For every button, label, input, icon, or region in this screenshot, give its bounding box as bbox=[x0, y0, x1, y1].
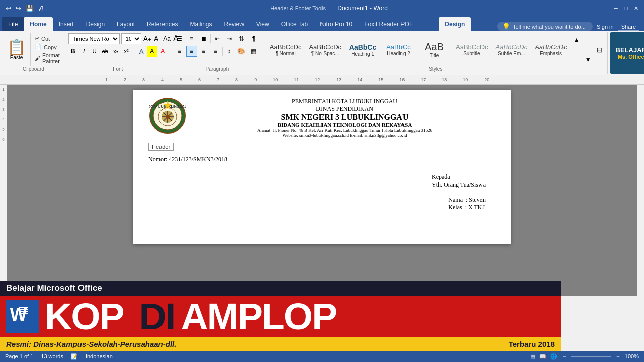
page-indicator: Page 1 of 1 bbox=[5, 353, 33, 359]
zoom-slider[interactable] bbox=[571, 356, 611, 357]
style-heading1[interactable]: AaBbCc Heading 1 bbox=[345, 42, 380, 58]
tab-design2[interactable]: Design bbox=[439, 17, 471, 31]
increase-indent-btn[interactable]: ⇥ bbox=[224, 33, 235, 44]
style-no-space[interactable]: AaBbCcDc ¶ No Spac... bbox=[305, 42, 345, 58]
tell-me-text: Tell me what you want to do... bbox=[513, 24, 586, 30]
style-normal[interactable]: AaBbCcDc ¶ Normal bbox=[266, 42, 305, 58]
kop-word: KOP bbox=[45, 298, 124, 335]
align-center-btn[interactable]: ≡ bbox=[186, 46, 197, 57]
close-btn[interactable]: ✕ bbox=[632, 4, 640, 12]
banner-bottom-left: Resmi: Dinas-Kampus-Sekolah-Perusahaan-d… bbox=[6, 340, 176, 348]
styles-scroll-down[interactable]: ▼ bbox=[583, 54, 594, 65]
tab-view[interactable]: View bbox=[250, 17, 275, 31]
tab-references[interactable]: References bbox=[141, 17, 184, 31]
style-title[interactable]: AaB Title bbox=[417, 40, 452, 60]
copy-button[interactable]: 📄 Copy bbox=[33, 43, 62, 51]
change-case-btn[interactable]: Aa bbox=[163, 33, 171, 44]
style-no-space-sample: AaBbCcDc bbox=[309, 43, 341, 51]
zoom-in-btn[interactable]: ＋ bbox=[615, 353, 621, 360]
kelas-row: Kelas : X TKJ bbox=[448, 204, 486, 211]
superscript-btn[interactable]: x² bbox=[121, 46, 131, 57]
ruler-top: 1 2 3 4 5 6 7 8 9 10 11 12 13 14 15 16 1… bbox=[0, 75, 644, 85]
tab-mailings[interactable]: Mailings bbox=[184, 17, 218, 31]
view-normal-icon[interactable]: ▤ bbox=[530, 353, 535, 360]
undo-btn[interactable]: ↩ bbox=[4, 5, 13, 12]
nomor-field: Nomor: 4231/123/SMKN3/2018 bbox=[148, 156, 496, 163]
show-formatting-btn[interactable]: ¶ bbox=[248, 33, 259, 44]
tell-me-input[interactable]: 💡 Tell me what you want to do... bbox=[497, 22, 593, 31]
tab-office[interactable]: Office Tab bbox=[275, 17, 314, 31]
quick-access: ↩ ↪ 💾 🖨 bbox=[4, 5, 46, 12]
cut-label: Cut bbox=[41, 36, 50, 42]
minimize-btn[interactable]: ─ bbox=[612, 4, 620, 12]
text-effects-btn[interactable]: A bbox=[136, 46, 146, 57]
style-subtle-em-sample: AaBbCcDc bbox=[496, 43, 528, 51]
font-family-select[interactable]: Times New Ro bbox=[68, 33, 120, 44]
align-right-btn[interactable]: ≡ bbox=[198, 46, 209, 57]
paste-button[interactable]: 📋 Paste bbox=[3, 33, 30, 66]
clipboard-group-label: Clipboard bbox=[3, 66, 64, 73]
text-highlight-color-btn[interactable]: A bbox=[147, 46, 157, 57]
school-crest-wrapper: KOTA LUBUKLINGGAU bbox=[148, 98, 186, 134]
print-btn[interactable]: 🖨 bbox=[37, 5, 46, 12]
header-line3: SMK NEGERI 3 LUBUKLINGGAU bbox=[194, 113, 496, 122]
title-bar-left: ↩ ↪ 💾 🖨 bbox=[4, 5, 46, 12]
style-subtitle[interactable]: AaBbCcDc Subtitle bbox=[452, 42, 492, 58]
banner-main: W KOP DI AMPLOP bbox=[0, 296, 561, 337]
bold-btn[interactable]: B bbox=[68, 46, 78, 57]
maximize-btn[interactable]: □ bbox=[622, 4, 630, 12]
numbering-btn[interactable]: ≡ bbox=[186, 33, 197, 44]
sign-in-btn[interactable]: Sign in bbox=[597, 24, 614, 30]
paste-icon: 📋 bbox=[7, 40, 26, 55]
increase-font-btn[interactable]: A+ bbox=[143, 33, 152, 44]
decrease-font-btn[interactable]: A- bbox=[153, 33, 161, 44]
amplop-word: AMPLOP bbox=[181, 298, 336, 335]
zoom-out-btn[interactable]: － bbox=[561, 353, 567, 360]
bullets-btn[interactable]: ☰ bbox=[174, 33, 185, 44]
redo-btn[interactable]: ↪ bbox=[14, 5, 23, 12]
tab-foxit[interactable]: Foxit Reader PDF bbox=[358, 17, 419, 31]
sort-btn[interactable]: ⇅ bbox=[236, 33, 247, 44]
styles-scroll-up[interactable]: ▲ bbox=[571, 34, 582, 45]
font-color-btn[interactable]: A bbox=[158, 46, 168, 57]
tab-design[interactable]: Design bbox=[80, 17, 111, 31]
format-painter-button[interactable]: 🖌 Format Painter bbox=[33, 51, 62, 65]
scrollbar-vertical[interactable] bbox=[637, 85, 644, 296]
subscript-btn[interactable]: x₂ bbox=[111, 46, 120, 57]
clipboard-group: 📋 Paste ✂ Cut 📄 Copy 🖌 Format Painter Cl… bbox=[2, 32, 65, 74]
tab-file[interactable]: File bbox=[2, 17, 24, 31]
style-heading2[interactable]: AaBbCc Heading 2 bbox=[381, 42, 416, 58]
cut-button[interactable]: ✂ Cut bbox=[33, 34, 62, 43]
strikethrough-btn[interactable]: ab bbox=[100, 46, 110, 57]
underline-btn[interactable]: U bbox=[90, 46, 99, 57]
ribbon-content: 📋 Paste ✂ Cut 📄 Copy 🖌 Format Painter Cl… bbox=[0, 31, 644, 75]
tab-review[interactable]: Review bbox=[218, 17, 250, 31]
save-btn[interactable]: 💾 bbox=[24, 5, 35, 12]
tab-nitro[interactable]: Nitro Pro 10 bbox=[314, 17, 358, 31]
multilevel-list-btn[interactable]: ≣ bbox=[198, 33, 209, 44]
justify-btn[interactable]: ≡ bbox=[210, 46, 221, 57]
view-web-icon[interactable]: 🌐 bbox=[550, 353, 557, 360]
styles-more[interactable]: ⊟ bbox=[594, 44, 605, 55]
banner-title-bar: Belajar Microsoft Office bbox=[0, 281, 561, 296]
align-left-btn[interactable]: ≡ bbox=[174, 46, 185, 57]
font-size-select[interactable]: 10 bbox=[121, 33, 141, 44]
tab-insert[interactable]: Insert bbox=[53, 17, 80, 31]
style-emphasis[interactable]: AaBbCcDc Emphasis bbox=[531, 42, 571, 58]
decrease-indent-btn[interactable]: ⇤ bbox=[212, 33, 223, 44]
tab-layout[interactable]: Layout bbox=[111, 17, 141, 31]
style-h2-label: Heading 2 bbox=[387, 51, 410, 56]
ruler-left: 1 2 3 4 5 6 bbox=[0, 85, 7, 296]
style-no-space-label: ¶ No Spac... bbox=[311, 51, 339, 56]
status-bar: Page 1 of 1 13 words 📝 Indonesian ▤ 📖 🌐 … bbox=[0, 351, 644, 362]
shading-btn[interactable]: 🎨 bbox=[236, 46, 247, 57]
italic-btn[interactable]: I bbox=[79, 46, 89, 57]
ms-office-text: Ms. Office bbox=[618, 54, 644, 60]
styles-group: AaBbCcDc ¶ Normal AaBbCcDc ¶ No Spac... … bbox=[264, 32, 608, 74]
tab-home[interactable]: Home bbox=[24, 17, 52, 31]
view-reading-icon[interactable]: 📖 bbox=[539, 353, 546, 360]
share-btn[interactable]: Share bbox=[618, 23, 639, 31]
borders-btn[interactable]: ▦ bbox=[248, 46, 259, 57]
line-spacing-btn[interactable]: ↕ bbox=[224, 46, 235, 57]
style-subtle-em[interactable]: AaBbCcDc Subtle Em... bbox=[492, 42, 531, 58]
